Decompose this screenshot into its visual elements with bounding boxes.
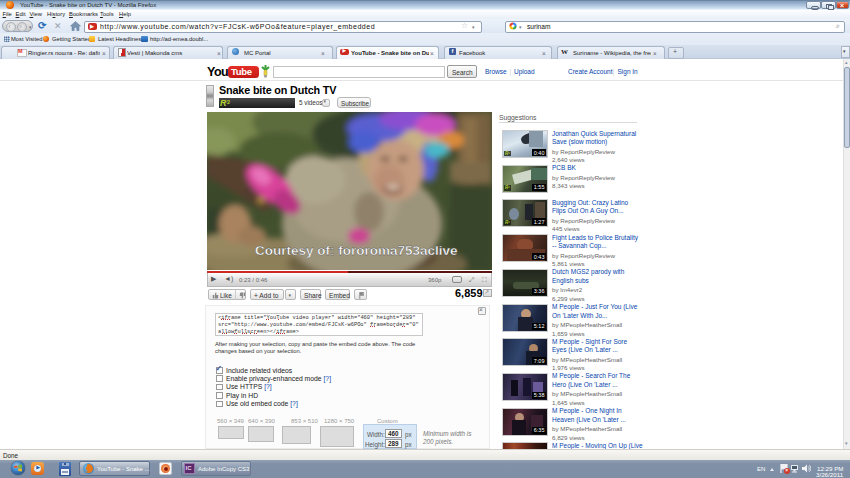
svg-text:Courtesy of: fororoma753aclive: Courtesy of: fororoma753aclive <box>255 243 458 258</box>
